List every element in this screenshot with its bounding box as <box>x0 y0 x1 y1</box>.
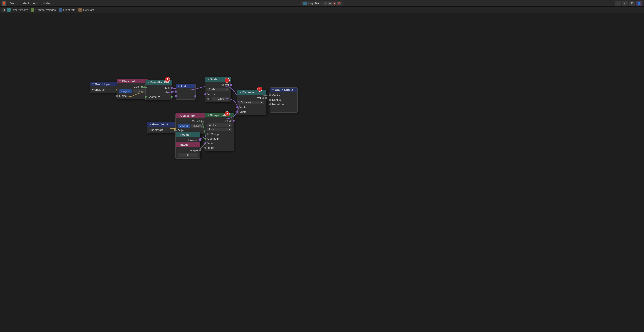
win-btn-1[interactable]: □ <box>324 2 327 5</box>
gi2-body: HubAirport <box>147 127 175 133</box>
dist-value-label: Value <box>257 96 264 99</box>
dist-vec1-label: Vector <box>239 106 247 109</box>
bb-min-row: Min <box>146 86 172 90</box>
int-value-field[interactable]: 0 <box>178 153 198 157</box>
oi2-geometry-row: Geometry <box>176 119 206 123</box>
scale-vector-in-row: Vector <box>205 92 231 96</box>
dist-vec2-row: Vector <box>237 109 266 114</box>
badge-2-label: 2 <box>226 112 228 115</box>
save-icon[interactable]: ↑ <box>615 1 621 6</box>
oi2-object-label: Object <box>178 129 186 132</box>
pin-btn[interactable]: 📌 <box>337 2 341 5</box>
object-info-1-header: ∨ Object Info <box>117 79 148 83</box>
si-value-out-label: Value <box>225 119 232 122</box>
object-info-1-title: Object Info <box>122 80 136 83</box>
gi2-title: Group Input <box>152 123 168 126</box>
top-bar: View Select Add Node ✦ FlightPath □ ⊞ ✕ … <box>0 0 644 7</box>
window-icon: ✦ <box>303 2 307 5</box>
dist-vec2-input <box>236 111 238 113</box>
object-info-node-1: ∨ Object Info Geometry Original Relative… <box>117 79 148 99</box>
oi2-title: Object Info <box>180 114 195 117</box>
go-radius-input <box>269 99 271 101</box>
dist-vec1-row: Vector <box>237 105 266 109</box>
add-in1-socket <box>175 91 177 93</box>
oi2-original-btn[interactable]: Original <box>178 124 190 128</box>
connections-layer <box>0 13 644 332</box>
badge-3: 3 <box>257 87 262 92</box>
badge-3-label: 3 <box>259 88 260 91</box>
menu-select[interactable]: Select <box>21 2 29 5</box>
menu-add[interactable]: Add <box>33 2 38 5</box>
distance-header: ∨ Distance <box>237 90 266 95</box>
bb-geometry-output <box>171 96 173 98</box>
oi1-btn-row: Original Relative <box>117 89 148 94</box>
pos-output <box>199 139 201 141</box>
distance-title: Distance <box>242 91 254 94</box>
gi2-hubairport-row: HubAirport <box>147 128 175 132</box>
oi2-header: ∨ Object Info <box>176 113 206 118</box>
win-btn-2[interactable]: ⊞ <box>328 2 332 5</box>
undo-icon[interactable]: ↩ <box>622 1 628 6</box>
breadcrumb-other-airports[interactable]: A OtherAirports <box>7 8 28 12</box>
integer-node: ∨ Integer Integer 0 <box>175 142 200 159</box>
badge-1-top: 1 <box>165 77 170 82</box>
top-bar-right: ↑ ↩ ⊞ 👤 <box>615 1 642 6</box>
node-canvas[interactable]: ∨ Group Input WorldMap ∨ Object Info Geo… <box>0 13 644 332</box>
breadcrumb-geometry-nodes[interactable]: ⬡ GeometryNodes <box>31 8 56 12</box>
scale-value-input <box>207 98 209 100</box>
breadcrumb-label-get-data: Get Data <box>83 8 94 11</box>
si-domain-dropdown-arrow: ▾ <box>229 128 230 131</box>
int-title: Integer <box>180 143 190 146</box>
si-clamp-label: Clamp <box>211 133 219 136</box>
bb-max-row: Max <box>146 90 172 95</box>
dist-value-output <box>265 97 267 99</box>
si-clamp-checkbox[interactable] <box>207 133 210 135</box>
add-out-socket <box>194 95 196 97</box>
bb-max-label: Max <box>164 91 170 94</box>
pos-out-row: Position <box>176 138 200 142</box>
flight-path-icon: F <box>59 8 62 12</box>
oi2-geometry-label: Geometry <box>192 120 204 123</box>
scale-number-field[interactable]: 0.500 <box>212 97 229 101</box>
si-type-label: Vector <box>209 124 216 127</box>
bb-min-output <box>171 87 173 89</box>
add-node: ∨ Add <box>176 84 196 100</box>
breadcrumb-bar: ◀ A OtherAirports › ⬡ GeometryNodes › F … <box>0 7 644 13</box>
settings-icon[interactable]: 👤 <box>636 1 642 6</box>
dist-vec1-input <box>236 106 238 108</box>
go-hubairport-row: HubAirport <box>270 102 297 107</box>
geometry-nodes-icon: ⬡ <box>31 8 34 12</box>
bb-geometry-in-row: Geometry <box>146 95 172 99</box>
si-domain-dropdown[interactable]: Point ▾ <box>207 128 232 131</box>
scale-type-dropdown[interactable]: Scale ▾ <box>207 88 229 91</box>
distance-type-dropdown[interactable]: Distance ▾ <box>239 101 264 104</box>
breadcrumb-get-data[interactable]: D Get Data <box>78 8 94 12</box>
win-btn-close[interactable]: ✕ <box>333 2 336 5</box>
breadcrumb-label-flight-path: FlightPath <box>63 8 76 11</box>
add-in-2-row <box>176 94 195 98</box>
breadcrumb-flight-path[interactable]: F FlightPath <box>59 8 76 12</box>
si-dropdown-arrow: ▾ <box>229 124 230 127</box>
svg-point-0 <box>3 2 5 5</box>
oi1-relative-btn[interactable]: Relative <box>133 89 146 93</box>
si-type-dropdown[interactable]: Vector ▾ <box>207 123 232 127</box>
go-body: Centre Radius HubAirport <box>270 92 297 112</box>
layout-icon[interactable]: ⊞ <box>629 1 635 6</box>
oi1-original-btn[interactable]: Original <box>119 89 132 93</box>
pos-title: Position <box>180 133 191 136</box>
oi2-body: Geometry Original Relative Object <box>176 118 206 134</box>
si-value-in-label: Value <box>207 142 214 145</box>
int-output <box>199 149 201 151</box>
gi2-header: ∨ Group Input <box>147 122 175 127</box>
add-header: ∨ Add <box>176 84 195 88</box>
oi2-relative-btn[interactable]: Relative <box>191 124 204 128</box>
bounding-box-node: ∨ Bounding Box Min Max Geometry <box>145 80 172 100</box>
add-in-1-row <box>176 89 195 94</box>
bb-geometry-label: Geometry <box>148 95 160 98</box>
sep-1: › <box>29 8 30 11</box>
object-info-node-2: ∨ Object Info Geometry Original Relative… <box>175 113 207 134</box>
menu-view[interactable]: View <box>10 2 17 5</box>
blender-logo-icon[interactable] <box>2 1 6 6</box>
add-in2-socket <box>175 95 177 97</box>
menu-node[interactable]: Node <box>43 2 50 5</box>
